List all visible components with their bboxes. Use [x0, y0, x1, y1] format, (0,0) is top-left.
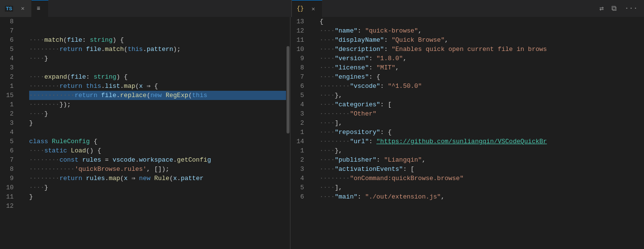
left-scroll[interactable]: [286, 17, 290, 249]
left-tab-group: TS ✕ ≡: [0, 0, 291, 17]
code-line: ········});: [29, 100, 286, 109]
code-line: ····expand(file: string) {: [29, 72, 286, 82]
line-number: 6: [296, 82, 306, 91]
code-line: ····"publisher": "Liangqin",: [320, 155, 639, 165]
notes-icon: ≡: [36, 5, 40, 12]
line-number: 11: [296, 35, 306, 45]
code-line: ········return file.match(this.pattern);: [29, 45, 286, 54]
code-line: [29, 26, 286, 35]
right-tab-group: {} ✕ ⇄ ⧉ ···: [292, 0, 644, 17]
line-number: 5: [296, 91, 306, 100]
code-line: ····"categories": [: [320, 100, 639, 109]
code-line: ····],: [320, 183, 639, 192]
json-icon: {}: [297, 5, 304, 12]
code-line: ····"repository": {: [320, 128, 639, 137]
line-number: 3: [6, 118, 16, 128]
line-number: 1: [6, 100, 16, 109]
code-line: ····},: [320, 146, 639, 155]
line-number: 4: [6, 128, 16, 137]
right-code-area[interactable]: 1312111098765432114123456 {····"name": "…: [290, 17, 644, 249]
code-line: ····"displayName": "Quick Browse",: [320, 35, 639, 45]
line-number: 8: [6, 165, 16, 174]
code-line: [29, 17, 286, 26]
line-number: 4: [296, 100, 306, 109]
split-editor-icon[interactable]: ⧉: [609, 3, 619, 14]
right-minimap: [639, 17, 644, 249]
code-line: ····"name": "quick-browse",: [320, 26, 639, 35]
line-number: 1: [296, 146, 306, 155]
more-actions-icon[interactable]: ···: [622, 3, 640, 14]
line-number: 15: [6, 91, 16, 100]
line-number: 4: [296, 174, 306, 183]
goto-definition-icon[interactable]: ⇄: [597, 3, 606, 14]
line-number: 4: [6, 54, 16, 63]
code-line: ····"activationEvents": [: [320, 165, 639, 174]
code-line: ····"version": "1.8.0",: [320, 54, 639, 63]
line-number: 6: [6, 35, 16, 45]
line-number: 2: [6, 109, 16, 118]
code-line: [29, 63, 286, 72]
code-line: ····}: [29, 54, 286, 63]
tab-bar: TS ✕ ≡ {} ✕ ⇄ ⧉ ···: [0, 0, 644, 17]
right-line-numbers: 1312111098765432114123456: [290, 17, 311, 249]
code-line: ····}: [29, 109, 286, 118]
code-line: ········"vscode": "^1.50.0": [320, 82, 639, 91]
line-number: 5: [6, 45, 16, 54]
line-number: 6: [296, 192, 306, 201]
tab-actions-right: ⇄ ⧉ ···: [593, 0, 644, 17]
right-gutter: [311, 17, 318, 249]
line-number: 7: [296, 72, 306, 82]
line-number: 11: [6, 192, 16, 201]
code-line: [29, 128, 286, 137]
tab-notes-txt[interactable]: ≡: [32, 0, 48, 17]
code-line: ········return rules.map(x ⇒ new Rule(x.…: [29, 174, 286, 183]
code-line: class RuleConfig {: [29, 137, 286, 146]
code-line: ····"description": "Enables quick open c…: [320, 45, 639, 54]
line-number: 5: [6, 137, 16, 146]
line-number: 9: [6, 174, 16, 183]
code-line: ····],: [320, 118, 639, 128]
left-gutter: [20, 17, 27, 249]
code-line: }: [29, 118, 286, 128]
code-line: ····static Load() {: [29, 146, 286, 155]
tab-package-json[interactable]: {} ✕: [292, 0, 322, 17]
line-number: 1: [6, 82, 16, 91]
tab-spacer: [322, 0, 593, 17]
code-line: ····},: [320, 91, 639, 100]
code-line: ············return file.replace(new RegE…: [29, 91, 286, 100]
line-number: 3: [6, 63, 16, 72]
code-line: {: [320, 17, 639, 26]
right-editor-pane: 1312111098765432114123456 {····"name": "…: [290, 17, 644, 249]
line-number: 3: [296, 165, 306, 174]
line-number: 13: [296, 17, 306, 26]
code-line: }: [29, 192, 286, 201]
left-code-area[interactable]: 8765432115123456789101112 ····match(file…: [0, 17, 290, 249]
line-number: 8: [6, 17, 16, 26]
line-number: 6: [6, 146, 16, 155]
code-line: ····"main": "./out/extension.js",: [320, 192, 639, 201]
line-number: 2: [6, 72, 16, 82]
line-number: 12: [296, 26, 306, 35]
tab-close-extension-ts[interactable]: ✕: [19, 4, 26, 13]
line-number: 5: [296, 183, 306, 192]
line-number: 12: [6, 201, 16, 211]
line-number: 10: [6, 183, 16, 192]
code-line: ········const rules = vscode.workspace.g…: [29, 155, 286, 165]
line-number: 2: [296, 118, 306, 128]
code-line: ····"license": "MIT",: [320, 63, 639, 72]
code-line: ········return this.list.map(x ⇒ {: [29, 82, 286, 91]
tab-overflow-left[interactable]: [49, 0, 56, 17]
code-line: ····"engines": {: [320, 72, 639, 82]
left-scroll-thumb[interactable]: [287, 46, 289, 133]
left-code-content[interactable]: ····match(file: string) {········return …: [27, 17, 286, 249]
left-editor-pane: 8765432115123456789101112 ····match(file…: [0, 17, 290, 249]
line-number: 1: [296, 128, 306, 137]
code-line: ····match(file: string) {: [29, 35, 286, 45]
right-code-content[interactable]: {····"name": "quick-browse",····"display…: [318, 17, 639, 249]
line-number: 10: [296, 45, 306, 54]
tab-close-package-json[interactable]: ✕: [309, 4, 317, 14]
left-line-numbers: 8765432115123456789101112: [0, 17, 20, 249]
code-line: ····}: [29, 183, 286, 192]
tab-extension-ts[interactable]: TS ✕: [0, 0, 32, 17]
line-number: 9: [296, 54, 306, 63]
